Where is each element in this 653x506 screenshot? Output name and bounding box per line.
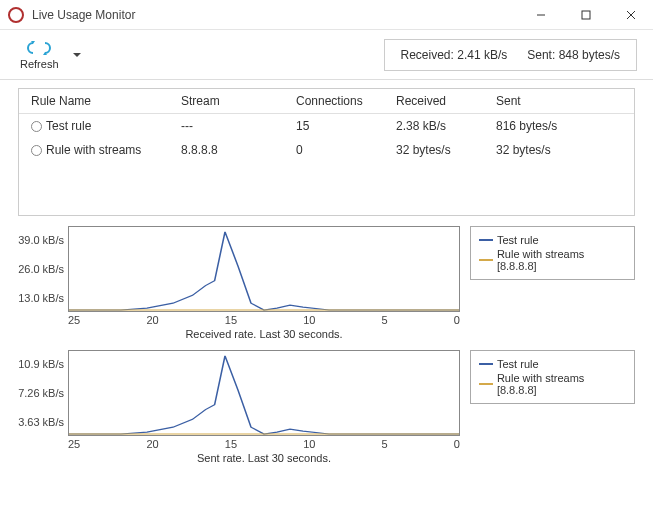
col-header-connections[interactable]: Connections [292,92,392,110]
cell-stream: --- [177,117,292,135]
sent-chart-legend: Test rule Rule with streams [8.8.8.8] [470,350,635,404]
close-button[interactable] [608,0,653,30]
row-radio-icon [31,145,42,156]
status-sent-label: Sent: [527,48,555,62]
col-header-name[interactable]: Rule Name [27,92,177,110]
cell-name: Rule with streams [46,143,141,157]
rules-table: Rule Name Stream Connections Received Se… [18,88,635,216]
legend-swatch [479,259,493,261]
sent-chart-plot [68,350,460,436]
cell-connections: 15 [292,117,392,135]
sent-chart-y-axis: 10.9 kB/s 7.26 kB/s 3.63 kB/s [18,350,68,436]
legend-item: Rule with streams [8.8.8.8] [479,371,626,397]
refresh-dropdown-arrow[interactable] [73,53,81,57]
received-chart-y-axis: 39.0 kB/s 26.0 kB/s 13.0 kB/s [18,226,68,312]
sent-chart-section: 10.9 kB/s 7.26 kB/s 3.63 kB/s 25 20 15 1… [18,350,635,464]
cell-stream: 8.8.8.8 [177,141,292,159]
cell-received: 32 bytes/s [392,141,492,159]
cell-name: Test rule [46,119,91,133]
table-row[interactable]: Rule with streams 8.8.8.8 0 32 bytes/s 3… [19,138,634,162]
legend-item: Test rule [479,357,626,371]
cell-sent: 816 bytes/s [492,117,592,135]
received-chart-caption: Received rate. Last 30 seconds. [68,328,460,340]
toolbar: Refresh Received: 2.41 kB/s Sent: 848 by… [0,30,653,80]
refresh-label: Refresh [20,58,59,70]
legend-item: Test rule [479,233,626,247]
legend-swatch [479,239,493,241]
cell-sent: 32 bytes/s [492,141,592,159]
window-title: Live Usage Monitor [32,8,135,22]
col-header-stream[interactable]: Stream [177,92,292,110]
col-header-received[interactable]: Received [392,92,492,110]
refresh-button[interactable]: Refresh [16,37,63,72]
status-panel: Received: 2.41 kB/s Sent: 848 bytes/s [384,39,638,71]
legend-swatch [479,363,493,365]
svg-rect-1 [582,11,590,19]
received-chart-plot [68,226,460,312]
titlebar: Live Usage Monitor [0,0,653,30]
legend-item: Rule with streams [8.8.8.8] [479,247,626,273]
sent-chart-x-axis: 25 20 15 10 5 0 [68,436,460,452]
col-header-sent[interactable]: Sent [492,92,592,110]
status-received-value: 2.41 kB/s [457,48,507,62]
row-radio-icon [31,121,42,132]
received-chart-legend: Test rule Rule with streams [8.8.8.8] [470,226,635,280]
legend-swatch [479,383,493,385]
table-header-row: Rule Name Stream Connections Received Se… [19,89,634,114]
sent-chart-caption: Sent rate. Last 30 seconds. [68,452,460,464]
table-row[interactable]: Test rule --- 15 2.38 kB/s 816 bytes/s [19,114,634,138]
received-chart-x-axis: 25 20 15 10 5 0 [68,312,460,328]
status-received-label: Received: [401,48,454,62]
refresh-icon [27,39,51,57]
maximize-button[interactable] [563,0,608,30]
app-icon [8,7,24,23]
status-sent-value: 848 bytes/s [559,48,620,62]
cell-received: 2.38 kB/s [392,117,492,135]
received-chart-section: 39.0 kB/s 26.0 kB/s 13.0 kB/s 25 20 15 1… [18,226,635,340]
cell-connections: 0 [292,141,392,159]
minimize-button[interactable] [518,0,563,30]
